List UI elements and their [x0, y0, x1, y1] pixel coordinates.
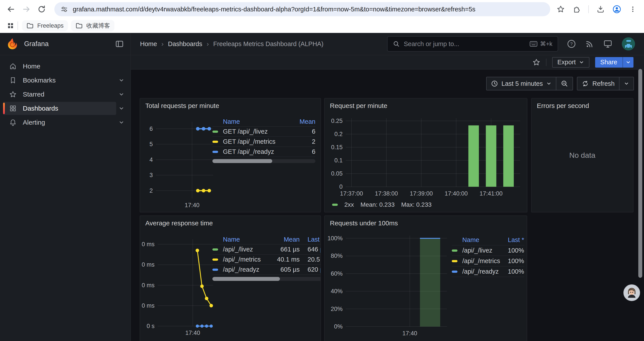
legend-row[interactable]: GET /api/_/metrics 2 — [212, 137, 316, 147]
panel-title[interactable]: Requests under 100ms — [330, 219, 398, 227]
legend-row[interactable]: /api/_/livez 100% — [452, 245, 524, 256]
search-input[interactable]: Search or jump to... ⌘+k — [387, 36, 558, 52]
legend-line[interactable]: 2xx Mean: 0.233 Max: 0.233 — [332, 201, 432, 208]
svg-text:3: 3 — [150, 172, 153, 178]
svg-text:2: 2 — [150, 187, 153, 194]
favorite-star-icon[interactable] — [532, 58, 540, 66]
legend-hscrollbar[interactable] — [212, 159, 316, 163]
svg-text:100%: 100% — [328, 235, 342, 242]
legend-row[interactable]: /api/_/livez 661 µs 646 µs — [212, 244, 321, 254]
svg-text:17:37:00: 17:37:00 — [340, 190, 363, 197]
share-dropdown-icon[interactable] — [622, 57, 634, 68]
time-controls: Last 5 minutes Refresh — [486, 77, 634, 90]
forward-icon[interactable] — [21, 4, 32, 15]
chevron-down-icon[interactable] — [116, 120, 127, 125]
chevron-down-icon — [624, 81, 629, 86]
chevron-down-icon — [546, 81, 552, 86]
brand-zone: Grafana — [0, 33, 131, 55]
download-icon[interactable] — [597, 5, 604, 13]
back-icon[interactable] — [6, 4, 16, 15]
series-label: 2xx — [344, 201, 354, 208]
share-button[interactable]: Share — [595, 57, 634, 68]
profile-icon[interactable] — [612, 5, 621, 14]
scrollbar-thumb[interactable] — [212, 277, 280, 281]
url-bar[interactable]: grafana.mathmast.com/d/deytv4rwavabkb/fr… — [54, 2, 550, 16]
grafana-app: Grafana Home › Dashboards › Freeleaps Me… — [0, 33, 644, 341]
panel-title[interactable]: Total requests per minute — [145, 102, 219, 110]
refresh-icon — [582, 80, 589, 87]
legend-row[interactable]: GET /api/_/livez 6 — [212, 127, 316, 137]
scrollbar-thumb[interactable] — [212, 159, 272, 163]
total-requests-chart[interactable]: 6543217:40 — [142, 114, 215, 212]
svg-text:80 ms: 80 ms — [142, 241, 154, 247]
browser-menu-icon[interactable] — [629, 6, 636, 13]
legend-row[interactable]: /api/_/metrics 40.1 ms 20.5 ms — [212, 254, 321, 265]
sidebar-item-dashboards[interactable]: Dashboards — [3, 102, 116, 115]
bookmark-folder-blogs[interactable]: 收藏博客 — [71, 20, 114, 31]
panel-title[interactable]: Average response time — [145, 219, 213, 227]
panel-request-per-minute: Request per minute 0.250.20.150.10.05017… — [324, 98, 528, 212]
svg-text:60%: 60% — [331, 270, 342, 277]
svg-text:6: 6 — [150, 126, 153, 132]
refresh-interval-dropdown[interactable] — [619, 77, 634, 90]
legend-header: Name Last * — [452, 235, 524, 245]
dashboard-actions-bar: Export Share — [131, 55, 644, 70]
bookmark-star-icon[interactable] — [557, 5, 565, 13]
sidebar-item-home[interactable]: Home — [3, 60, 116, 73]
bookmark-folder-freeleaps[interactable]: Freeleaps — [22, 20, 68, 31]
scrollbar-thumb[interactable] — [638, 69, 642, 278]
series-color-chip — [332, 204, 338, 206]
chevron-down-icon — [579, 60, 584, 65]
star-icon — [9, 91, 17, 98]
svg-text:0%: 0% — [334, 323, 342, 330]
panel-title[interactable]: Request per minute — [330, 102, 387, 110]
panel-requests-under-100ms: Requests under 100ms 100%80%60%40%20%0%1… — [324, 215, 527, 341]
breadcrumb-dashboards[interactable]: Dashboards — [168, 40, 202, 48]
kiosk-monitor-icon[interactable] — [603, 39, 612, 49]
breadcrumb-home[interactable]: Home — [140, 40, 157, 48]
keyboard-icon — [530, 41, 538, 47]
series-color-chip — [452, 260, 458, 262]
series-max: Max: 0.233 — [401, 201, 432, 208]
site-settings-icon[interactable] — [60, 6, 68, 13]
sidebar-item-bookmarks[interactable]: Bookmarks — [3, 74, 116, 87]
svg-text:20%: 20% — [331, 306, 342, 312]
reload-icon[interactable] — [36, 4, 47, 15]
page-scrollbar[interactable] — [636, 66, 644, 341]
series-color-chip — [212, 151, 218, 153]
chevron-down-icon[interactable] — [116, 106, 127, 111]
user-avatar[interactable] — [622, 37, 635, 51]
svg-text:5: 5 — [150, 141, 153, 147]
chevron-down-icon[interactable] — [116, 78, 127, 83]
browser-toolbar: grafana.mathmast.com/d/deytv4rwavabkb/fr… — [0, 0, 644, 19]
dashboard-canvas: Last 5 minutes Refresh Total requests pe — [131, 70, 644, 341]
panel-total-requests: Total requests per minute 6543217:40 Nam… — [140, 98, 321, 212]
series-color-chip — [452, 249, 458, 252]
zoom-out-button[interactable] — [556, 77, 572, 90]
news-rss-icon[interactable] — [585, 40, 594, 48]
export-button[interactable]: Export — [552, 57, 590, 68]
panel-errors-per-second: Errors per second No data — [531, 98, 634, 212]
average-response-time-chart[interactable]: 80 ms60 ms40 ms20 ms0 s17:40 — [142, 233, 215, 340]
legend-row[interactable]: /api/_/readyz 100% — [452, 266, 524, 277]
apps-grid-icon[interactable] — [6, 22, 14, 30]
legend-row[interactable]: /api/_/metrics 100% — [452, 256, 524, 266]
bookmark-label: Freeleaps — [37, 22, 64, 29]
refresh-button[interactable]: Refresh — [577, 77, 619, 90]
legend-hscrollbar[interactable] — [212, 277, 321, 281]
svg-text:0.2: 0.2 — [334, 131, 342, 137]
legend-row[interactable]: GET /api/_/readyz 6 — [212, 147, 316, 157]
requests-under-100ms-chart[interactable]: 100%80%60%40%20%0%17:40 — [327, 230, 450, 340]
time-range-picker[interactable]: Last 5 minutes — [486, 77, 556, 90]
dock-sidebar-icon[interactable] — [115, 40, 124, 48]
sidebar-item-starred[interactable]: Starred — [3, 88, 116, 101]
help-icon[interactable]: ? — [567, 39, 576, 49]
bookmarks-bar: Freeleaps 收藏博客 — [0, 19, 644, 33]
legend-row[interactable]: /api/_/readyz 605 µs 620 µs — [212, 265, 321, 275]
chevron-down-icon[interactable] — [116, 92, 127, 97]
request-per-minute-chart[interactable]: 0.250.20.150.10.05017:37:0017:38:0017:39… — [327, 110, 524, 198]
assistant-avatar-button[interactable] — [624, 284, 640, 301]
extensions-icon[interactable] — [572, 5, 580, 13]
folder-icon — [76, 22, 83, 30]
sidebar-item-alerting[interactable]: Alerting — [3, 116, 116, 129]
